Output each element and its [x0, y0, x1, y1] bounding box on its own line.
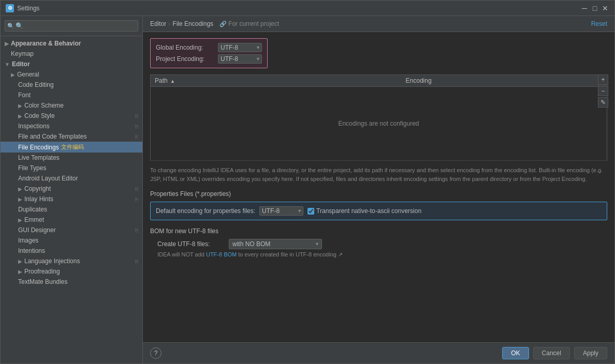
copy-icon: ⎘	[135, 124, 138, 129]
sidebar-item-file-encodings[interactable]: File Encodings 文件编码	[1, 142, 142, 153]
global-encoding-label: Global Encoding:	[156, 44, 218, 51]
properties-box: Default encoding for properties files: U…	[150, 202, 607, 220]
sidebar-item-language-injections[interactable]: ▶ Language Injections ⎘	[1, 256, 142, 266]
transparent-conversion-checkbox-label[interactable]: Transparent native-to-ascii conversion	[307, 207, 421, 215]
link-icon: 🔗	[219, 21, 227, 27]
search-box: 🔍	[1, 16, 142, 36]
sidebar-item-file-code-templates[interactable]: File and Code Templates ⎘	[1, 131, 142, 142]
sidebar-item-label: Android Layout Editor	[18, 175, 78, 182]
copy-icon: ⎘	[135, 228, 138, 233]
expand-icon: ▶	[18, 186, 22, 192]
help-button[interactable]: ?	[150, 347, 162, 359]
bom-section: BOM for new UTF-8 files Create UTF-8 fil…	[150, 228, 607, 258]
copy-icon: ⎘	[135, 259, 138, 264]
edit-encoding-button[interactable]: ✎	[598, 97, 608, 108]
copy-icon: ⎘	[135, 196, 138, 202]
sidebar-item-editor[interactable]: ▼ Editor	[1, 59, 142, 69]
sidebar-item-label: Editor	[12, 60, 30, 68]
breadcrumb-separator: ›	[168, 20, 170, 27]
footer: ? OK Cancel Apply	[143, 342, 614, 363]
close-button[interactable]: ✕	[601, 4, 609, 12]
sidebar-item-label: Font	[18, 92, 31, 99]
breadcrumb: Editor › File Encodings 🔗 For current pr…	[150, 20, 591, 27]
sidebar-item-label: Images	[18, 237, 38, 244]
right-panel: Editor › File Encodings 🔗 For current pr…	[143, 16, 614, 363]
checkbox-text: Transparent native-to-ascii conversion	[316, 207, 421, 215]
sidebar-item-label: Inlay Hints	[24, 195, 53, 203]
sidebar-item-copyright[interactable]: ▶ Copyright ⎘	[1, 184, 142, 194]
sidebar-item-label: File Types	[18, 164, 46, 172]
sidebar-item-live-templates[interactable]: Live Templates	[1, 153, 142, 163]
sidebar-item-android-layout[interactable]: Android Layout Editor	[1, 173, 142, 184]
window-controls: ─ □ ✕	[580, 4, 609, 12]
sidebar-item-code-editing[interactable]: Code Editing	[1, 80, 142, 90]
bom-row: Create UTF-8 files: with NO BOM with BOM…	[150, 239, 607, 249]
for-project-link[interactable]: 🔗 For current project	[219, 20, 279, 27]
maximize-button[interactable]: □	[591, 4, 599, 12]
bom-link[interactable]: UTF-8 BOM	[206, 251, 237, 257]
path-column-header[interactable]: Path ▲	[151, 75, 402, 87]
sidebar-item-label: Intentions	[18, 247, 45, 254]
expand-icon: ▶	[18, 103, 22, 109]
sidebar-item-intentions[interactable]: Intentions	[1, 246, 142, 256]
minimize-button[interactable]: ─	[580, 4, 589, 12]
sidebar-item-keymap[interactable]: Keymap	[1, 49, 142, 59]
sidebar-item-label: Code Style	[24, 112, 55, 119]
settings-window: ⚙ Settings ─ □ ✕ 🔍 ▶ Appearance & Behavi…	[0, 0, 615, 364]
ok-button[interactable]: OK	[502, 347, 529, 359]
panel-body: Global Encoding: UTF-8 UTF-16 ISO-8859-1…	[143, 32, 614, 342]
transparent-conversion-checkbox[interactable]	[307, 208, 314, 215]
table-empty-cell: Encodings are not configured	[151, 87, 607, 161]
sidebar-item-label: Live Templates	[18, 154, 60, 161]
create-utf8-label: Create UTF-8 files:	[157, 240, 225, 248]
global-encoding-select[interactable]: UTF-8 UTF-16 ISO-8859-1	[218, 43, 262, 52]
sidebar-item-color-scheme[interactable]: ▶ Color Scheme	[1, 100, 142, 111]
encoding-section: Global Encoding: UTF-8 UTF-16 ISO-8859-1…	[150, 38, 268, 68]
expand-icon: ▶	[18, 196, 22, 202]
sidebar: 🔍 ▶ Appearance & Behavior Keymap ▼ Edito	[1, 16, 143, 363]
panel-header: Editor › File Encodings 🔗 For current pr…	[143, 16, 614, 32]
properties-encoding-select[interactable]: UTF-8 ISO-8859-1	[259, 206, 303, 216]
sidebar-item-code-style[interactable]: ▶ Code Style ⎘	[1, 111, 142, 121]
sidebar-item-textmate[interactable]: TextMate Bundles	[1, 277, 142, 287]
sidebar-item-font[interactable]: Font	[1, 90, 142, 100]
copy-icon: ⎘	[135, 134, 138, 140]
properties-section: Properties Files (*.properties) Default …	[150, 190, 607, 220]
copy-icon: ⎘	[135, 113, 138, 119]
sidebar-item-general[interactable]: ▶ General	[1, 69, 142, 80]
encoding-column-header: Encoding	[402, 75, 607, 87]
sidebar-item-proofreading[interactable]: ▶ Proofreading	[1, 266, 142, 277]
sidebar-item-emmet[interactable]: ▶ Emmet	[1, 215, 142, 225]
sidebar-item-label: Copyright	[24, 185, 51, 192]
sidebar-item-duplicates[interactable]: Duplicates	[1, 204, 142, 215]
bom-note-prefix: IDEA will NOT add	[157, 251, 206, 257]
sidebar-item-images[interactable]: Images	[1, 235, 142, 246]
breadcrumb-current: File Encodings	[172, 20, 213, 27]
main-content: 🔍 ▶ Appearance & Behavior Keymap ▼ Edito	[1, 16, 614, 363]
apply-button[interactable]: Apply	[574, 347, 607, 359]
bom-create-select[interactable]: with NO BOM with BOM with BOM (macOS/Lin…	[229, 239, 322, 249]
sidebar-item-label: Duplicates	[18, 206, 47, 213]
sidebar-item-label: TextMate Bundles	[18, 278, 67, 285]
sidebar-item-label: File and Code Templates	[18, 133, 87, 140]
tree-nav: ▶ Appearance & Behavior Keymap ▼ Editor …	[1, 36, 142, 363]
sidebar-item-inlay-hints[interactable]: ▶ Inlay Hints ⎘	[1, 194, 142, 204]
encoding-table-container: Path ▲ Encoding Encodi	[150, 74, 607, 161]
sidebar-item-inspections[interactable]: Inspections ⎘	[1, 121, 142, 131]
reset-button[interactable]: Reset	[591, 20, 607, 27]
project-encoding-row: Project Encoding: UTF-8 UTF-16 ISO-8859-…	[156, 54, 262, 64]
sidebar-item-appearance[interactable]: ▶ Appearance & Behavior	[1, 38, 142, 49]
cancel-button[interactable]: Cancel	[533, 347, 570, 359]
remove-encoding-button[interactable]: −	[598, 86, 608, 96]
search-input[interactable]	[5, 20, 138, 32]
sidebar-item-label: Proofreading	[24, 268, 60, 275]
sort-arrow-icon: ▲	[170, 79, 175, 84]
default-encoding-label: Default encoding for properties files:	[156, 207, 255, 215]
sidebar-item-file-types[interactable]: File Types	[1, 163, 142, 173]
copy-icon: ⎘	[135, 186, 138, 192]
add-encoding-button[interactable]: +	[598, 74, 608, 85]
expand-icon: ▶	[18, 269, 22, 275]
project-encoding-select[interactable]: UTF-8 UTF-16 ISO-8859-1	[218, 54, 262, 64]
sidebar-item-gui-designer[interactable]: GUI Designer ⎘	[1, 225, 142, 235]
for-project-text: For current project	[228, 20, 279, 27]
